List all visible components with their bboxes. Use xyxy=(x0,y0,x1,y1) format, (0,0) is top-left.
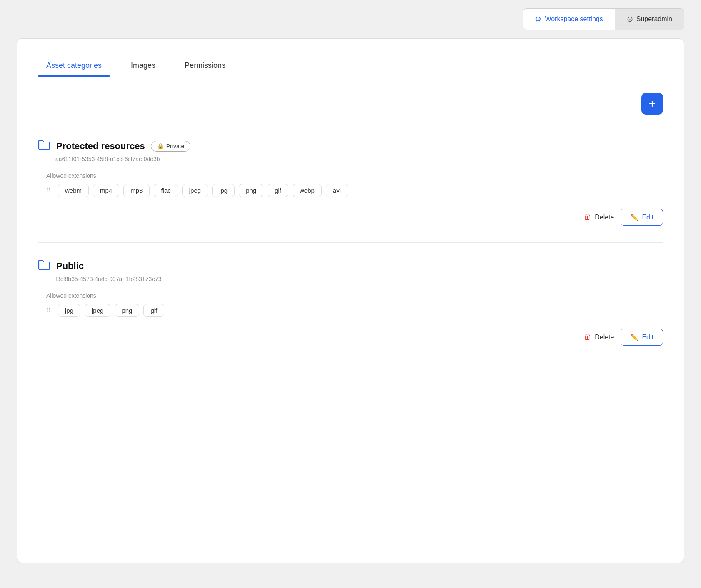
category-header-public: Public xyxy=(38,259,663,272)
superadmin-nav[interactable]: ⊙ Superadmin xyxy=(615,9,684,30)
private-badge-label: Private xyxy=(166,143,185,149)
extensions-label-protected: Allowed extensions xyxy=(46,172,663,179)
workspace-settings-nav[interactable]: ⚙ Workspace settings xyxy=(523,9,614,30)
add-category-button[interactable]: + xyxy=(641,93,663,115)
private-badge: 🔒 Private xyxy=(151,141,191,152)
edit-label-public: Edit xyxy=(642,334,653,341)
trash-icon-public: 🗑 xyxy=(584,333,591,341)
ext-tag-jpeg: jpeg xyxy=(182,184,208,197)
trash-icon-protected: 🗑 xyxy=(584,213,591,222)
drag-handle-protected[interactable]: ⠿ xyxy=(46,187,51,194)
ext-tag-flac: flac xyxy=(154,184,178,197)
ext-tag-public-jpeg: jpeg xyxy=(85,304,110,317)
ext-tag-mp3: mp3 xyxy=(123,184,150,197)
extensions-label-public: Allowed extensions xyxy=(46,292,663,299)
ext-tag-avi: avi xyxy=(326,184,348,197)
delete-label-public: Delete xyxy=(595,334,614,341)
tab-asset-categories[interactable]: Asset categories xyxy=(38,55,110,76)
edit-button-public[interactable]: ✏️ Edit xyxy=(621,329,663,346)
tabs-bar: Asset categories Images Permissions xyxy=(38,55,663,76)
category-title-public: Public xyxy=(56,261,84,272)
delete-button-protected[interactable]: 🗑 Delete xyxy=(584,213,614,222)
card-actions-protected: 🗑 Delete ✏️ Edit xyxy=(38,209,663,226)
gear-icon: ⚙ xyxy=(535,15,541,24)
extensions-section-protected: Allowed extensions ⠿ webm mp4 mp3 flac j… xyxy=(46,172,663,197)
main-container: Asset categories Images Permissions + Pr… xyxy=(17,38,684,563)
pencil-icon-public: ✏️ xyxy=(630,333,638,341)
ext-tag-public-jpg: jpg xyxy=(58,304,80,317)
category-uuid-public: f3cf8b35-4573-4a4c-997a-f1b283173e73 xyxy=(55,276,663,282)
extensions-row-public: ⠿ jpg jpeg png gif xyxy=(46,304,663,317)
ext-tag-gif: gif xyxy=(268,184,288,197)
edit-button-protected[interactable]: ✏️ Edit xyxy=(621,209,663,226)
delete-button-public[interactable]: 🗑 Delete xyxy=(584,333,614,341)
workspace-settings-label: Workspace settings xyxy=(545,15,603,23)
lock-icon: 🔒 xyxy=(157,143,164,149)
tab-images[interactable]: Images xyxy=(123,55,164,76)
ext-tag-png: png xyxy=(239,184,263,197)
extensions-row-protected: ⠿ webm mp4 mp3 flac jpeg jpg png gif web… xyxy=(46,184,663,197)
ext-tag-jpg: jpg xyxy=(212,184,235,197)
folder-icon-public xyxy=(38,259,50,272)
ext-tag-webp: webp xyxy=(293,184,322,197)
top-bar: ⚙ Workspace settings ⊙ Superadmin xyxy=(0,0,701,38)
edit-label-protected: Edit xyxy=(642,214,653,221)
category-uuid-protected: aa611f01-5353-45f8-a1cd-6cf7aef0dd3b xyxy=(55,156,663,162)
ext-tag-mp4: mp4 xyxy=(93,184,119,197)
tab-permissions[interactable]: Permissions xyxy=(176,55,234,76)
ext-tag-webm: webm xyxy=(58,184,89,197)
extensions-section-public: Allowed extensions ⠿ jpg jpeg png gif xyxy=(46,292,663,317)
ext-tag-public-gif: gif xyxy=(143,304,164,317)
pencil-icon-protected: ✏️ xyxy=(630,213,638,221)
superadmin-label: Superadmin xyxy=(636,15,672,23)
category-title-protected: Protected resources xyxy=(56,141,145,152)
delete-label-protected: Delete xyxy=(595,214,614,221)
folder-icon-protected xyxy=(38,140,50,152)
add-button-container: + xyxy=(38,93,663,115)
ext-tag-public-png: png xyxy=(115,304,139,317)
superadmin-icon: ⊙ xyxy=(627,15,633,24)
category-card-public: Public f3cf8b35-4573-4a4c-997a-f1b283173… xyxy=(38,247,663,362)
drag-handle-public[interactable]: ⠿ xyxy=(46,306,51,314)
category-card-protected: Protected resources 🔒 Private aa611f01-5… xyxy=(38,127,663,243)
category-header-protected: Protected resources 🔒 Private xyxy=(38,140,663,152)
card-actions-public: 🗑 Delete ✏️ Edit xyxy=(38,329,663,346)
top-navigation: ⚙ Workspace settings ⊙ Superadmin xyxy=(523,8,684,30)
